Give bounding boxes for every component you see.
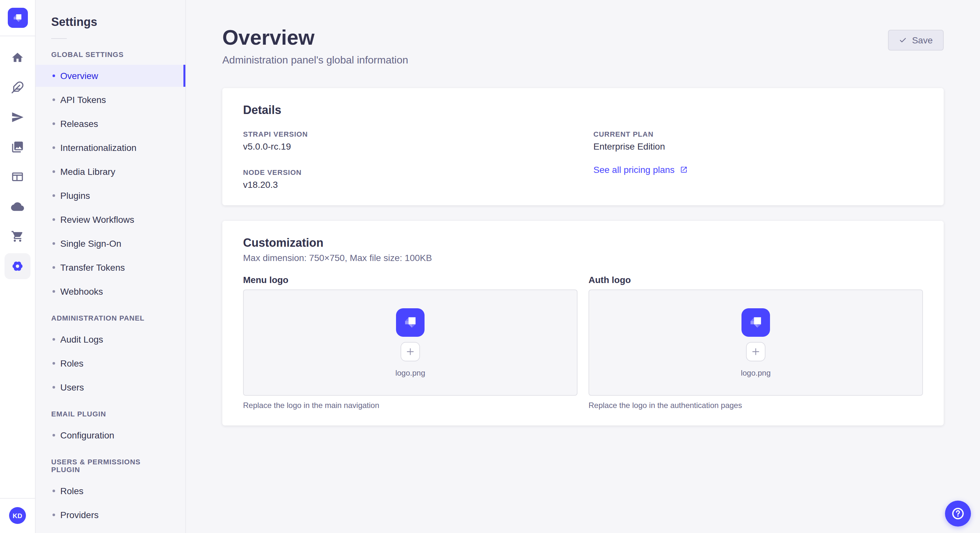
field-value: v5.0.0-rc.19 <box>243 141 573 152</box>
field-value: v18.20.3 <box>243 179 573 190</box>
bullet-dot <box>52 266 55 269</box>
external-link-icon <box>680 166 688 174</box>
bullet-dot <box>52 362 55 365</box>
feather-icon[interactable] <box>5 75 30 100</box>
menu-logo-upload-group: Menu logo logo.png Replace the log <box>243 274 578 410</box>
menu-logo-filename: logo.png <box>395 368 425 377</box>
field-label: STRAPI VERSION <box>243 130 573 138</box>
bullet-dot <box>52 514 55 516</box>
bullet-dot <box>52 338 55 341</box>
pricing-plans-link[interactable]: See all pricing plans <box>593 165 688 175</box>
subnav-divider <box>51 38 67 39</box>
settings-subnav: Settings GLOBAL SETTINGS Overview API To… <box>36 0 186 533</box>
main-content: Overview Administration panel's global i… <box>186 0 980 533</box>
details-card-title: Details <box>243 104 923 117</box>
section-email-plugin: EMAIL PLUGIN Configuration <box>36 410 185 446</box>
sidebar-item-up-providers[interactable]: Providers <box>36 504 185 526</box>
page-header-text: Overview Administration panel's global i… <box>222 27 408 66</box>
bullet-dot <box>52 170 55 173</box>
sidebar-item-internationalization[interactable]: Internationalization <box>36 136 185 159</box>
sidebar-item-webhooks[interactable]: Webhooks <box>36 281 185 303</box>
field-label: CURRENT PLAN <box>593 130 923 138</box>
menu-logo-caption: Replace the logo in the main navigation <box>243 401 578 410</box>
field-label: NODE VERSION <box>243 168 573 176</box>
plus-icon <box>406 347 415 356</box>
sidebar-item-transfer-tokens[interactable]: Transfer Tokens <box>36 257 185 279</box>
section-global-settings: GLOBAL SETTINGS Overview API Tokens Rele… <box>36 51 185 303</box>
page-header: Overview Administration panel's global i… <box>222 27 944 66</box>
help-button[interactable] <box>945 501 971 527</box>
menu-logo-stack: logo.png <box>395 308 425 377</box>
section-label: EMAIL PLUGIN <box>36 410 185 418</box>
home-icon[interactable] <box>5 45 30 71</box>
menu-logo-dropzone[interactable]: logo.png <box>243 289 578 396</box>
field-value: Enterprise Edition <box>593 141 923 152</box>
node-version-field: NODE VERSION v18.20.3 <box>243 168 573 190</box>
details-right-column: CURRENT PLAN Enterprise Edition See all … <box>593 130 923 190</box>
main-nav-rail: KD <box>0 0 36 533</box>
bullet-dot <box>52 242 55 245</box>
strapi-version-field: STRAPI VERSION v5.0.0-rc.19 <box>243 130 573 152</box>
rail-nav <box>5 36 30 498</box>
page-subtitle: Administration panel's global informatio… <box>222 54 408 66</box>
current-plan-field: CURRENT PLAN Enterprise Edition <box>593 130 923 152</box>
menu-logo-add-button[interactable] <box>401 342 420 361</box>
page-title: Overview <box>222 27 408 48</box>
strapi-admin-app: KD Settings GLOBAL SETTINGS Overview API… <box>0 0 980 533</box>
auth-logo-caption: Replace the logo in the authentication p… <box>589 401 923 410</box>
sidebar-item-overview[interactable]: Overview <box>36 65 185 87</box>
sidebar-item-up-roles[interactable]: Roles <box>36 480 185 502</box>
sidebar-item-admin-users[interactable]: Users <box>36 376 185 398</box>
section-label: ADMINISTRATION PANEL <box>36 314 185 322</box>
bullet-dot <box>52 75 55 77</box>
auth-logo-dropzone[interactable]: logo.png <box>589 289 923 396</box>
auth-logo-label: Auth logo <box>589 274 923 285</box>
strapi-logo-icon <box>10 11 25 25</box>
send-icon[interactable] <box>5 104 30 130</box>
sidebar-item-single-sign-on[interactable]: Single Sign-On <box>36 233 185 254</box>
auth-logo-filename: logo.png <box>741 368 771 377</box>
check-icon <box>899 36 907 44</box>
sidebar-item-audit-logs[interactable]: Audit Logs <box>36 328 185 351</box>
strapi-logo[interactable] <box>8 8 27 28</box>
section-label: USERS & PERMISSIONS PLUGIN <box>36 458 185 473</box>
marketplace-cart-icon[interactable] <box>5 224 30 249</box>
media-library-icon[interactable] <box>5 134 30 160</box>
section-label: GLOBAL SETTINGS <box>36 51 185 58</box>
settings-gear-icon[interactable] <box>5 253 30 279</box>
bullet-dot <box>52 122 55 125</box>
bullet-dot <box>52 290 55 293</box>
sidebar-item-admin-roles[interactable]: Roles <box>36 352 185 374</box>
customization-card-subtitle: Max dimension: 750×750, Max file size: 1… <box>243 252 923 263</box>
strapi-logo-icon <box>746 313 765 332</box>
customization-card-title: Customization <box>243 236 923 250</box>
rail-logo-section <box>0 0 35 36</box>
auth-logo-stack: logo.png <box>741 308 771 377</box>
sidebar-item-email-configuration[interactable]: Configuration <box>36 424 185 446</box>
content-layout-icon[interactable] <box>5 164 30 190</box>
bullet-dot <box>52 194 55 197</box>
menu-logo-preview <box>396 308 425 336</box>
sidebar-item-media-library[interactable]: Media Library <box>36 160 185 182</box>
customization-card: Customization Max dimension: 750×750, Ma… <box>222 221 944 425</box>
bullet-dot <box>52 146 55 149</box>
subnav-header: Settings <box>36 0 185 39</box>
auth-logo-preview <box>741 308 770 336</box>
logo-uploads-row: Menu logo logo.png Replace the log <box>243 274 923 410</box>
bullet-dot <box>52 434 55 436</box>
bullet-dot <box>52 490 55 492</box>
save-button[interactable]: Save <box>888 30 944 51</box>
user-avatar[interactable]: KD <box>9 507 26 524</box>
auth-logo-upload-group: Auth logo logo.png Replace the log <box>589 274 923 410</box>
save-button-label: Save <box>912 35 933 45</box>
sidebar-item-plugins[interactable]: Plugins <box>36 185 185 206</box>
cloud-icon[interactable] <box>5 194 30 219</box>
bullet-dot <box>52 386 55 389</box>
sidebar-item-review-workflows[interactable]: Review Workflows <box>36 209 185 230</box>
bullet-dot <box>52 98 55 101</box>
sidebar-item-releases[interactable]: Releases <box>36 113 185 135</box>
subnav-title: Settings <box>51 16 170 29</box>
sidebar-item-api-tokens[interactable]: API Tokens <box>36 89 185 111</box>
auth-logo-add-button[interactable] <box>746 342 765 361</box>
section-users-permissions-plugin: USERS & PERMISSIONS PLUGIN Roles Provide… <box>36 458 185 526</box>
